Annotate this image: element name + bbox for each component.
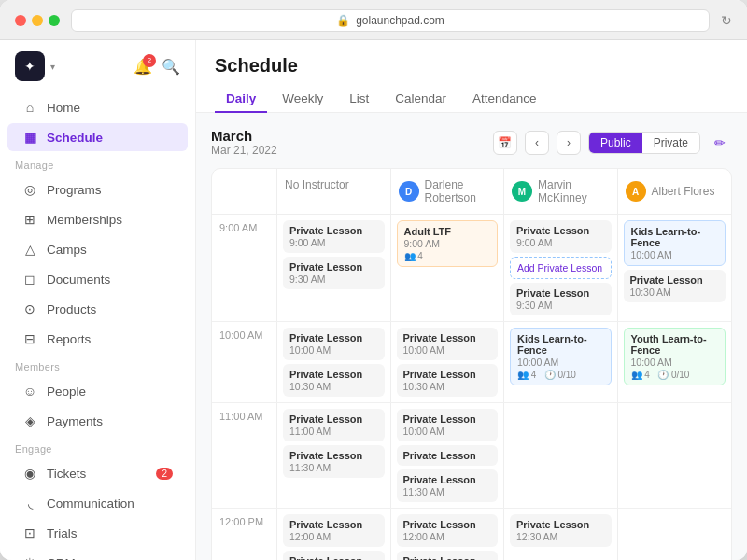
sidebar-item-label: Programs	[47, 183, 102, 197]
schedule-month-info: March Mar 21, 2022	[211, 128, 277, 157]
event-card[interactable]: Youth Learn-to-Fence 10:00 AM 👥 4 🕐 0/10	[624, 328, 726, 385]
sidebar-item-payments[interactable]: ◈ Payments	[7, 407, 188, 435]
sidebar-item-schedule[interactable]: ▦ Schedule	[7, 123, 188, 151]
event-card[interactable]: Private Lesson 12:30 AM	[510, 514, 612, 547]
event-card[interactable]: Private Lesson 12:30 AM	[283, 551, 385, 560]
reload-button[interactable]: ↻	[721, 13, 732, 28]
table-row: 9:00 AM Private Lesson 9:00 AM Private L…	[212, 215, 731, 322]
event-card[interactable]: Private Lesson 11:00 AM	[283, 409, 385, 441]
sidebar-item-memberships[interactable]: ⊞ Memberships	[7, 205, 188, 233]
sidebar-item-communication[interactable]: ◟ Communication	[7, 489, 188, 517]
public-view-button[interactable]: Public	[589, 133, 642, 153]
calendar-icon-btn[interactable]: 📅	[493, 131, 517, 155]
sidebar-item-label: Memberships	[47, 213, 122, 227]
sidebar-item-people[interactable]: ☺ People	[7, 377, 188, 405]
event-card[interactable]: Private Lesson 10:00 AM	[283, 328, 385, 360]
close-button[interactable]	[15, 15, 26, 26]
next-button[interactable]: ›	[557, 131, 581, 155]
prev-button[interactable]: ‹	[525, 131, 549, 155]
event-card[interactable]: Private Lesson 10:00 AM	[397, 409, 499, 441]
sidebar-item-reports[interactable]: ⊟ Reports	[7, 325, 188, 353]
sidebar-item-label: People	[47, 385, 86, 399]
tab-daily[interactable]: Daily	[215, 86, 267, 113]
event-card[interactable]: Private Lesson 11:30 AM	[283, 445, 385, 478]
event-card[interactable]: Private Lesson 9:30 AM	[283, 257, 385, 289]
edit-button[interactable]: ✏	[708, 131, 732, 155]
sidebar-item-label: Tickets	[47, 467, 86, 481]
schedule-cell	[618, 403, 732, 508]
event-card[interactable]: Private Lesson 9:30 AM	[510, 283, 612, 315]
sidebar-item-home[interactable]: ⌂ Home	[7, 93, 188, 121]
private-view-button[interactable]: Private	[642, 133, 699, 153]
sidebar-item-tickets[interactable]: ◉ Tickets 2	[7, 459, 188, 487]
schedule-cell: Private Lesson 10:00 AM Private Lesson P…	[391, 403, 505, 508]
event-card[interactable]: Private Lesson 9:00 AM	[510, 220, 612, 253]
marvin-avatar: M	[512, 181, 532, 202]
sidebar-item-label: CRM	[47, 556, 76, 561]
maximize-button[interactable]	[49, 15, 60, 26]
sidebar-item-crm[interactable]: ✳ CRM	[7, 549, 188, 560]
event-card[interactable]: Private Lesson 11:30 AM	[397, 469, 499, 502]
table-row: 11:00 AM Private Lesson 11:00 AM Private…	[212, 403, 731, 509]
tab-attendance[interactable]: Attendance	[461, 86, 547, 113]
url-text: golaunchpad.com	[356, 14, 444, 27]
sidebar-item-camps[interactable]: △ Camps	[7, 235, 188, 263]
schedule-date: Mar 21, 2022	[211, 144, 277, 157]
event-card[interactable]: Private Lesson 10:30 AM	[397, 364, 499, 397]
albert-avatar: A	[626, 181, 646, 202]
communication-icon: ◟	[22, 496, 37, 511]
sidebar: ✦ ▾ 🔔 2 🔍 ⌂ Home ▦ Schedule	[0, 40, 196, 560]
logo-chevron[interactable]: ▾	[50, 62, 55, 72]
sidebar-item-label: Reports	[47, 332, 91, 346]
col-header-no-instructor: No Instructor	[277, 169, 391, 214]
bell-button[interactable]: 🔔 2	[134, 58, 152, 76]
event-card[interactable]: Adult LTF 9:00 AM 👥 4	[397, 220, 499, 267]
time-label: 11:00 AM	[212, 403, 277, 508]
sidebar-icons: 🔔 2 🔍	[134, 58, 180, 76]
schedule-cell: Kids Learn-to-Fence 10:00 AM Private Les…	[618, 215, 732, 321]
traffic-lights	[15, 15, 60, 26]
people-icon: ☺	[22, 384, 37, 399]
event-card[interactable]: Private Lesson 12:00 AM	[283, 514, 385, 547]
home-icon: ⌂	[22, 100, 37, 115]
section-label-manage: Manage	[0, 152, 195, 175]
address-bar[interactable]: 🔒 golaunchpad.com	[71, 9, 710, 32]
add-private-lesson-card[interactable]: Add Private Lesson	[510, 257, 612, 279]
event-card[interactable]: Private Lesson 12:30 AM	[397, 551, 499, 560]
sidebar-header: ✦ ▾ 🔔 2 🔍	[0, 51, 195, 92]
event-card[interactable]: Private Lesson 10:30 AM	[624, 270, 726, 302]
schedule-cell: Kids Learn-to-Fence 10:00 AM 👥 4 🕐 0/10	[504, 322, 618, 402]
event-card[interactable]: Private Lesson 9:00 AM	[283, 220, 385, 253]
schedule-table: No Instructor D Darlene Robertson M Marv…	[211, 168, 732, 560]
sidebar-item-programs[interactable]: ◎ Programs	[7, 175, 188, 203]
schedule-month: March	[211, 128, 277, 144]
event-card[interactable]: Private Lesson 10:00 AM	[397, 328, 499, 360]
col-header-marvin: M Marvin McKinney	[504, 169, 618, 214]
tab-calendar[interactable]: Calendar	[384, 86, 458, 113]
time-label: 12:00 PM	[212, 509, 277, 560]
minimize-button[interactable]	[32, 15, 43, 26]
event-card[interactable]: Kids Learn-to-Fence 10:00 AM 👥 4 🕐 0/10	[510, 328, 612, 385]
event-card[interactable]: Private Lesson	[397, 445, 499, 466]
event-card[interactable]: Private Lesson 10:30 AM	[283, 364, 385, 397]
tab-weekly[interactable]: Weekly	[271, 86, 334, 113]
schedule-cell: Private Lesson 12:00 AM Private Lesson 1…	[391, 509, 505, 560]
schedule-cell: Private Lesson 9:00 AM Add Private Lesso…	[504, 215, 618, 321]
schedule-area: March Mar 21, 2022 📅 ‹ › Public Private …	[196, 113, 747, 560]
col-header-albert: A Albert Flores	[618, 169, 732, 214]
sidebar-item-products[interactable]: ⊙ Products	[7, 295, 188, 323]
sidebar-item-trials[interactable]: ⊡ Trials	[7, 519, 188, 547]
schedule-cell: Youth Learn-to-Fence 10:00 AM 👥 4 🕐 0/10	[618, 322, 732, 402]
bell-badge: 2	[143, 54, 156, 67]
sidebar-item-documents[interactable]: ◻ Documents	[7, 265, 188, 293]
schedule-cell: Private Lesson 11:00 AM Private Lesson 1…	[277, 403, 391, 508]
darlene-avatar: D	[399, 181, 419, 202]
search-icon[interactable]: 🔍	[162, 58, 180, 76]
event-card[interactable]: Private Lesson 12:00 AM	[397, 514, 499, 547]
event-card[interactable]: Kids Learn-to-Fence 10:00 AM	[624, 220, 726, 266]
lock-icon: 🔒	[336, 14, 350, 27]
trials-icon: ⊡	[22, 525, 37, 540]
sidebar-item-label: Home	[47, 101, 80, 115]
tab-list[interactable]: List	[338, 86, 380, 113]
tickets-badge: 2	[156, 468, 173, 480]
